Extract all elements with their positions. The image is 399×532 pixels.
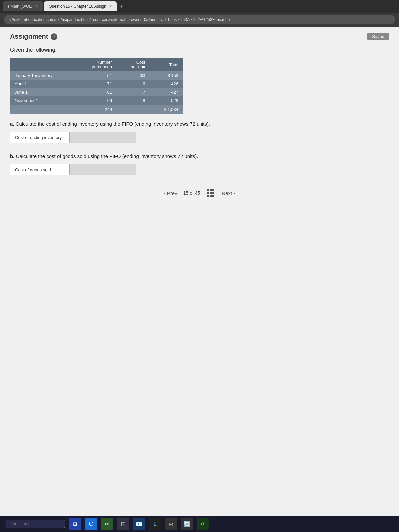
tab-2-label: Question 15 - Chapter 18 Assign [49, 4, 106, 9]
row-1-label: January 1 inventory [10, 71, 75, 80]
row-4-total: 528 [150, 96, 183, 105]
question-a-text: a. Calculate the cost of ending inventor… [10, 120, 389, 128]
row-4-number: 66 [75, 96, 117, 105]
info-icon[interactable]: i [51, 33, 57, 40]
cost-of-goods-sold-input[interactable] [70, 164, 136, 175]
grid-view-icon[interactable] [207, 189, 214, 197]
row-1-cost: $3 [117, 71, 150, 80]
next-button[interactable]: Next › [222, 190, 235, 196]
assignment-title-group: Assignment i [10, 33, 57, 40]
new-tab-button[interactable]: + [118, 3, 126, 10]
question-a-body: Calculate the cost of ending inventory u… [16, 121, 210, 127]
question-b-text: b. Calculate the cost of goods sold usin… [10, 153, 389, 160]
tab-1[interactable]: s Math (O/OL/ ✕ [3, 1, 43, 11]
row-1-total: $ 153 [150, 71, 183, 80]
question-b-section: b. Calculate the cost of goods sold usin… [10, 153, 389, 176]
taskbar: ⊞ C 🗂 ⊞ 📧 L ◎ 🔄 ↺ [0, 516, 399, 532]
given-heading: Given the following: [10, 47, 389, 53]
taskbar-icon-4[interactable]: ⊞ [117, 518, 129, 530]
assignment-header: Assignment i Saved [0, 27, 399, 44]
row-4-label: November 1 [10, 96, 75, 105]
taskbar-icon-3[interactable]: 🗂 [101, 518, 113, 530]
taskbar-icon-1[interactable]: ⊞ [69, 518, 81, 530]
question-a-label: a. [10, 121, 14, 127]
row-4-cost: 8 [117, 96, 150, 105]
footer-total: $ 1,534 [150, 105, 183, 114]
saved-badge: Saved [367, 33, 389, 40]
table-row: November 1 66 8 528 [10, 96, 183, 105]
page-info: 15 of 45 [183, 190, 200, 196]
row-3-total: 427 [150, 88, 183, 96]
assignment-title-text: Assignment [10, 33, 48, 40]
taskbar-icon-2[interactable]: C [85, 518, 97, 530]
next-chevron-icon: › [233, 190, 235, 196]
inventory-table: Numberpurchased Costper unit Total Janua… [10, 58, 183, 114]
row-2-number: 71 [75, 80, 117, 88]
cost-of-ending-inventory-input[interactable] [70, 132, 136, 143]
taskbar-icon-8[interactable]: 🔄 [181, 518, 193, 530]
row-2-label: April 1 [10, 80, 75, 88]
table-row: June 1 61 7 427 [10, 88, 183, 96]
page-total: 45 [195, 190, 200, 196]
next-label: Next [222, 190, 232, 196]
row-2-total: 426 [150, 80, 183, 88]
question-b-label: b. [10, 153, 14, 159]
prev-label: Prev [167, 190, 177, 196]
address-input[interactable] [4, 15, 395, 24]
cost-of-goods-sold-label: Cost of goods sold [10, 164, 70, 175]
tab-1-close[interactable]: ✕ [35, 4, 38, 9]
table-row: January 1 inventory 51 $3 $ 153 [10, 71, 183, 80]
question-b-answer-row: Cost of goods sold [10, 164, 389, 175]
page-current: 15 [183, 190, 189, 196]
row-3-number: 61 [75, 88, 117, 96]
row-1-number: 51 [75, 71, 117, 80]
question-a-answer-row: Cost of ending inventory [10, 132, 389, 143]
table-row: April 1 71 6 426 [10, 80, 183, 88]
taskbar-icon-9[interactable]: ↺ [197, 518, 209, 530]
col-header-total: Total [150, 58, 183, 71]
prev-button[interactable]: ‹ Prev [164, 190, 177, 196]
taskbar-icon-6[interactable]: L [149, 518, 161, 530]
taskbar-icon-5[interactable]: 📧 [133, 518, 145, 530]
col-header-number: Numberpurchased [75, 58, 117, 71]
table-footer-row: 249 $ 1,534 [10, 105, 183, 114]
prev-chevron-icon: ‹ [164, 190, 166, 196]
question-a-section: a. Calculate the cost of ending inventor… [10, 120, 389, 143]
taskbar-icon-7[interactable]: ◎ [165, 518, 177, 530]
content-body: Given the following: Numberpurchased Cos… [0, 44, 399, 516]
tab-2[interactable]: Question 15 - Chapter 18 Assign ✕ [44, 1, 116, 11]
tab-2-close[interactable]: ✕ [109, 4, 112, 9]
footer-label [10, 105, 75, 114]
navigation-bar: ‹ Prev 15 of 45 Next › [10, 185, 389, 200]
footer-cost [117, 105, 150, 114]
row-2-cost: 6 [117, 80, 150, 88]
col-header-label [10, 58, 75, 71]
row-3-label: June 1 [10, 88, 75, 96]
cost-of-ending-inventory-label: Cost of ending inventory [10, 132, 70, 143]
tab-1-label: s Math (O/OL/ [7, 4, 32, 9]
address-bar [0, 13, 399, 27]
tab-bar: s Math (O/OL/ ✕ Question 15 - Chapter 18… [0, 0, 399, 13]
main-content: Assignment i Saved Given the following: … [0, 27, 399, 516]
taskbar-search-input[interactable] [5, 520, 65, 528]
browser-chrome: s Math (O/OL/ ✕ Question 15 - Chapter 18… [0, 0, 399, 27]
col-header-cost: Costper unit [117, 58, 150, 71]
question-b-body: Calculate the cost of goods sold using t… [16, 153, 198, 159]
row-3-cost: 7 [117, 88, 150, 96]
footer-number: 249 [75, 105, 117, 114]
